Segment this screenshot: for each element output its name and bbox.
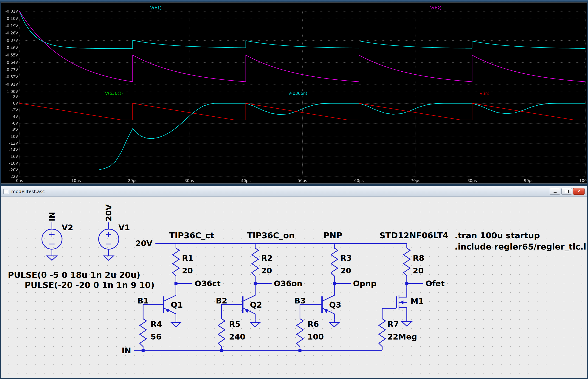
- ref-label[interactable]: R7: [387, 319, 399, 329]
- value-label[interactable]: 22Meg: [387, 332, 417, 341]
- ref-label[interactable]: R2: [261, 253, 272, 263]
- net-label[interactable]: B2: [216, 296, 227, 305]
- wire[interactable]: [222, 305, 226, 315]
- ref-label[interactable]: Q3: [329, 300, 341, 309]
- net-label[interactable]: O36ct: [195, 279, 221, 288]
- resistor-R7[interactable]: [379, 315, 385, 350]
- value-label[interactable]: 20: [261, 266, 272, 275]
- net-label[interactable]: IN: [47, 212, 56, 221]
- value-label[interactable]: 20: [413, 266, 424, 275]
- net-label[interactable]: O36on: [274, 279, 302, 288]
- waveform-viewer-window: [1, 2, 587, 184]
- close-icon: ✕: [577, 189, 580, 193]
- minimize-button[interactable]: [550, 188, 560, 195]
- mosfet-M1[interactable]: [396, 287, 407, 317]
- resistor-R2[interactable]: [252, 244, 258, 280]
- pulse-spec-v2[interactable]: PULSE(0 -5 0 18u 1n 2u 20u): [8, 270, 140, 280]
- net-label[interactable]: B1: [137, 296, 149, 305]
- resistor-R6[interactable]: [297, 315, 303, 350]
- schematic-drawing[interactable]: IN V2 20V V1 PULSE(0 -5 0 18u 1n 2u 20u)…: [1, 197, 587, 378]
- maximize-button[interactable]: [561, 188, 572, 195]
- node-junction: [254, 282, 257, 285]
- node-junction: [175, 282, 177, 285]
- ground-icon: [171, 323, 181, 327]
- resistor-R5[interactable]: [218, 315, 225, 350]
- ref-label[interactable]: Q2: [250, 300, 262, 309]
- value-label[interactable]: 20: [340, 266, 351, 275]
- model-label[interactable]: TIP36C_ct: [169, 231, 214, 240]
- node-junction: [333, 282, 336, 285]
- ref-label[interactable]: R1: [182, 253, 193, 263]
- net-label[interactable]: Opnp: [353, 279, 377, 288]
- schematic-window: modelltest.asc ✕: [1, 186, 587, 378]
- schematic-sheet[interactable]: IN V2 20V V1 PULSE(0 -5 0 18u 1n 2u 20u)…: [1, 197, 587, 378]
- close-button[interactable]: ✕: [573, 188, 585, 195]
- rail-label[interactable]: 20V: [135, 239, 153, 248]
- ref-label[interactable]: R8: [413, 253, 424, 263]
- schematic-file-icon: [3, 189, 9, 194]
- waveform-plot-canvas[interactable]: [1, 2, 587, 183]
- value-label[interactable]: 240: [229, 332, 245, 341]
- model-label[interactable]: TIP36C_on: [247, 231, 295, 240]
- value-label[interactable]: 20: [182, 266, 193, 275]
- in-rail-label[interactable]: IN: [122, 346, 131, 355]
- component-label-V1[interactable]: V1: [118, 223, 130, 232]
- component-label-V2[interactable]: V2: [62, 223, 73, 232]
- schematic-labels: IN V2 20V V1 PULSE(0 -5 0 18u 1n 2u 20u)…: [8, 204, 587, 355]
- ground-icon: [104, 256, 113, 260]
- spice-directive[interactable]: .include regler65/regler_tlc.lib: [455, 242, 587, 251]
- wire[interactable]: [143, 305, 147, 315]
- resistor-R4[interactable]: [140, 315, 146, 350]
- pulse-spec-v1[interactable]: PULSE(-20 -20 0 1n 1n 9 10): [25, 280, 154, 290]
- ref-label[interactable]: R4: [151, 319, 162, 329]
- spice-directive[interactable]: .tran 100u startup: [455, 231, 540, 240]
- value-label[interactable]: 100: [307, 332, 324, 341]
- net-label[interactable]: B3: [294, 296, 306, 305]
- ref-label[interactable]: R6: [307, 319, 319, 329]
- ground-icon: [402, 322, 412, 326]
- ref-label[interactable]: M1: [411, 297, 424, 306]
- model-label[interactable]: PNP: [323, 231, 342, 240]
- ground-icon: [250, 323, 260, 327]
- ref-label[interactable]: R3: [340, 253, 352, 263]
- schematic-window-title: modelltest.asc: [11, 189, 45, 194]
- wire[interactable]: [300, 305, 305, 315]
- net-label[interactable]: Ofet: [426, 279, 445, 288]
- ground-icon: [47, 256, 57, 260]
- ref-label[interactable]: R5: [229, 319, 240, 329]
- resistor-R3[interactable]: [331, 244, 338, 280]
- ltspice-main-window: modelltest.asc ✕: [0, 0, 588, 379]
- main-window-titlebar[interactable]: [0, 0, 588, 2]
- net-label[interactable]: 20V: [104, 204, 113, 221]
- resistor-R1[interactable]: [173, 244, 179, 280]
- minimize-icon: [554, 192, 556, 193]
- value-label[interactable]: 56: [151, 332, 162, 341]
- ref-label[interactable]: Q1: [171, 300, 183, 309]
- schematic-titlebar[interactable]: modelltest.asc ✕: [1, 186, 587, 197]
- maximize-icon: [565, 190, 569, 193]
- voltage-source-V2[interactable]: [42, 222, 62, 260]
- model-label[interactable]: STD12NF06LT4: [380, 231, 448, 240]
- ground-icon: [330, 323, 339, 327]
- voltage-source-V1[interactable]: [99, 222, 119, 260]
- wire[interactable]: [382, 308, 396, 315]
- resistor-R8[interactable]: [403, 244, 410, 280]
- node-junction: [405, 282, 408, 285]
